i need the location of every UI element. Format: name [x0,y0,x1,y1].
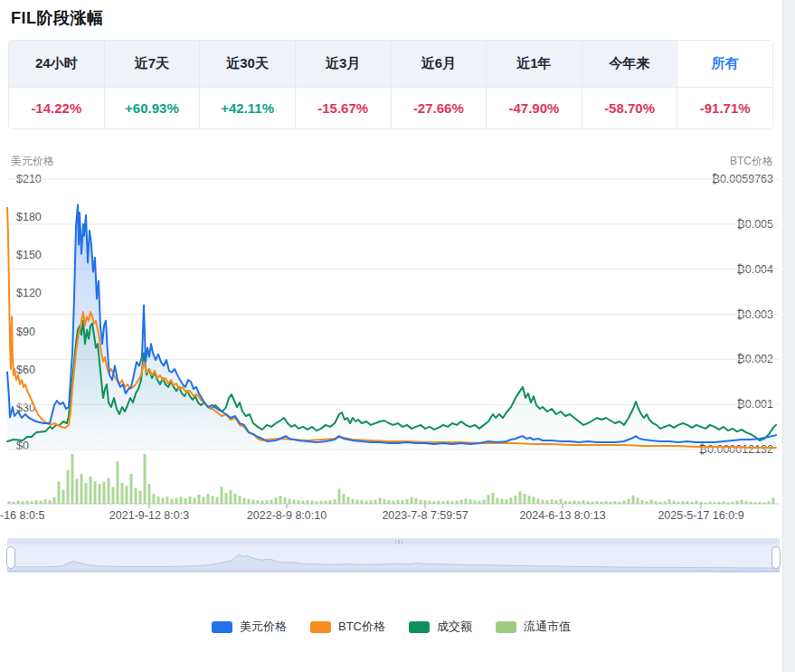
volume-bar [293,500,296,504]
volume-bar [406,499,409,504]
volume-bar [40,501,43,504]
volume-bar [275,497,278,504]
volume-bar [420,500,422,504]
volume-bar [601,502,603,504]
volume-bar [533,497,535,504]
volume-bar [686,501,689,504]
legend-item-成交额[interactable]: 成交额 [409,619,472,635]
volume-bar [180,497,183,504]
volume-bar [62,490,65,504]
volume-bar [230,490,232,504]
volume-bar [424,500,427,504]
navigator-right-handle[interactable] [771,546,781,569]
volume-bar [682,501,685,504]
fil-price-page: FIL阶段涨幅 24小时-14.22%近7天+60.93%近30天+42.11%… [0,0,795,672]
volume-bar [112,487,115,504]
volume-bar [374,500,377,504]
volume-bar [438,501,440,504]
volume-bar [198,495,201,504]
vertical-scrollbar[interactable] [782,0,795,672]
volume-bar [506,499,508,504]
volume-bar [248,499,251,505]
volume-bar [474,500,477,504]
volume-bar [90,477,92,504]
volume-bar [252,500,255,504]
navigator-grip-icon[interactable] [393,540,404,544]
volume-bar [53,497,56,504]
volume-bar [411,497,413,504]
volume-bar [76,479,79,505]
volume-bar [185,498,187,504]
volume-bar [307,500,309,504]
volume-bar [352,499,355,505]
volume-bar [741,500,743,504]
volume-bar [31,501,33,504]
volume-bar [203,497,205,504]
volume-bar [759,502,762,504]
volume-bar [22,501,24,504]
volume-bar [497,497,499,504]
volume-bar [750,502,752,504]
volume-bar [302,501,305,504]
volume-bar [768,501,771,504]
volume-bar [754,502,757,504]
navigator-track[interactable] [7,544,780,573]
volume-bar [153,494,156,504]
legend-swatch-icon [409,621,430,633]
volume-bar [329,500,332,504]
volume-bar [298,500,300,504]
volume-bar [356,500,359,504]
legend-label: BTC价格 [338,619,385,635]
volume-bar [85,483,88,504]
volume-bar [221,487,223,504]
volume-bar [596,501,599,504]
volume-bar [714,502,716,504]
volume-bar [745,501,748,504]
range-navigator[interactable] [7,538,780,573]
volume-bar [162,497,165,504]
volume-bar [35,500,38,504]
navigator-scroll-strip[interactable] [7,538,780,544]
volume-bar [736,501,739,504]
volume-bar [614,501,617,504]
volume-bar [587,501,590,504]
volume-bar [130,474,133,504]
legend-swatch-icon [496,621,516,633]
volume-bar [216,497,219,504]
volume-bar [234,494,237,504]
volume-bar [578,501,581,504]
volume-bar [379,497,382,504]
usd-area-fill [7,205,776,450]
volume-bar [492,493,495,504]
legend-item-流通市值[interactable]: 流通市值 [496,619,571,635]
volume-bar [361,500,364,504]
volume-bar [442,501,445,504]
volume-bar [370,500,373,504]
volume-bar [677,502,680,504]
legend-item-BTC价格[interactable]: BTC价格 [310,619,385,635]
volume-bar [605,501,608,504]
volume-bar [772,497,775,504]
volume-bar [483,500,486,504]
volume-bar [311,501,314,504]
volume-bar [763,502,766,504]
volume-bar [175,497,178,504]
volume-bar [582,500,585,504]
volume-bar [501,499,504,505]
volume-bar [189,497,192,504]
volume-bar [126,486,128,504]
volume-bar [148,484,151,504]
volume-bar [664,501,667,504]
volume-bar [619,502,621,504]
navigator-left-handle[interactable] [6,546,15,569]
volume-bar [696,501,698,504]
legend-item-美元价格[interactable]: 美元价格 [212,619,287,635]
volume-bar [700,502,703,504]
volume-bar [524,494,526,504]
volume-bar [705,502,707,504]
volume-bar [465,499,468,505]
volume-bar [80,474,83,504]
volume-bar [261,501,264,504]
volume-bar [388,500,391,504]
volume-bar [610,502,612,504]
